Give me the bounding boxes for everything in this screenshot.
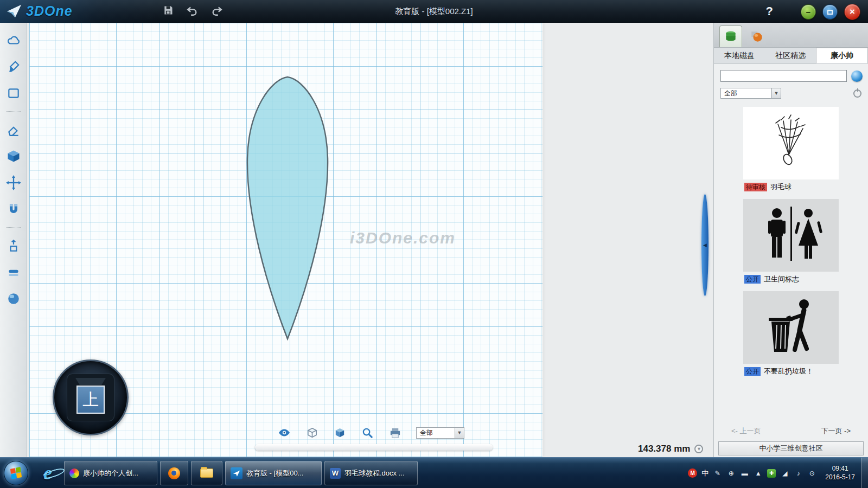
3done-app-icon xyxy=(231,467,242,479)
power-tray-icon[interactable]: ⊙ xyxy=(807,468,816,478)
show-desktop-button[interactable] xyxy=(861,458,868,488)
pen-input-icon[interactable]: ✎ xyxy=(713,468,722,478)
filter-row: 全部 ▼ xyxy=(714,85,868,100)
canvas-slider-bar[interactable] xyxy=(255,444,493,451)
help-button[interactable]: ? xyxy=(766,0,773,23)
view-cube[interactable]: 上 xyxy=(53,359,129,435)
taskbar-clock[interactable]: 09:41 2016-5-17 xyxy=(821,465,859,481)
word-icon: W xyxy=(330,468,341,479)
taskbar-button-label: 康小帅的个人创... xyxy=(83,468,138,478)
model-card-label: 公开 不要乱扔垃圾！ xyxy=(744,367,839,376)
prev-page-link[interactable]: <- 上一页 xyxy=(731,426,761,436)
modeling-canvas[interactable]: i3DOne.com 上 全部 xyxy=(27,23,713,457)
volume-icon[interactable]: ♪ xyxy=(794,468,803,478)
chevron-left-icon: ◀ xyxy=(703,242,707,248)
model-thumbnail xyxy=(743,291,839,364)
taskbar-button-firefox[interactable] xyxy=(160,461,188,485)
shaded-cube-icon[interactable] xyxy=(333,426,346,439)
hidden-icons-arrow[interactable]: ▲ xyxy=(754,468,763,478)
view-cube-top-face xyxy=(75,378,106,385)
model-card-label: 待审核 羽毛球 xyxy=(744,182,839,192)
community-page-icon xyxy=(69,468,79,478)
firefox-icon xyxy=(168,467,180,479)
primitive-cube-tool-icon[interactable] xyxy=(5,147,22,165)
visibility-eye-icon[interactable] xyxy=(278,426,291,439)
folder-icon xyxy=(200,468,213,478)
ie-icon: e xyxy=(43,461,52,484)
close-button[interactable]: × xyxy=(844,4,860,20)
canvas-filter-select[interactable]: 全部 ▼ xyxy=(416,427,464,439)
search-input[interactable] xyxy=(720,70,847,82)
taskbar-button-word[interactable]: W 羽毛球教程.docx ... xyxy=(324,461,418,485)
search-icon[interactable] xyxy=(851,70,863,82)
settings-tray-icon[interactable]: ⊕ xyxy=(726,468,736,478)
start-button[interactable] xyxy=(4,461,28,485)
taskbar: e 康小帅的个人创... 教育版 - [模型00... W 羽毛球教程.do xyxy=(0,457,868,488)
units-menu-icon[interactable]: ▼ xyxy=(694,445,703,453)
panel-collapse-handle[interactable]: ◀ xyxy=(701,194,709,296)
app-logo: 3DOne xyxy=(5,3,73,19)
magnet-tool-icon[interactable] xyxy=(5,201,22,218)
watermark: i3DOne.com xyxy=(350,229,456,247)
tab-local-disk[interactable]: 本地磁盘 xyxy=(714,48,765,63)
refresh-icon[interactable] xyxy=(853,89,861,98)
view-cube-front-face[interactable]: 上 xyxy=(76,386,105,414)
shuttlecock-image xyxy=(743,107,839,179)
network-icon[interactable]: ◢ xyxy=(780,468,789,478)
tab-my-account[interactable]: 康小帅 xyxy=(816,48,868,63)
sketch-shape-teardrop[interactable] xyxy=(233,66,342,348)
brush-tool-icon[interactable] xyxy=(5,58,22,75)
panel-tabs: 本地磁盘 社区精选 康小帅 xyxy=(714,48,868,64)
redo-button[interactable] xyxy=(210,4,224,18)
model-card-shuttlecock[interactable]: 待审核 羽毛球 xyxy=(743,107,839,192)
panel-icon-tabs xyxy=(714,23,868,48)
paper-plane-icon xyxy=(5,3,23,19)
sphere-tool-icon[interactable] xyxy=(5,290,22,307)
taskbar-button-3done[interactable]: 教育版 - [模型00... xyxy=(225,461,322,485)
extrude-tool-icon[interactable] xyxy=(5,237,22,254)
print-icon[interactable] xyxy=(388,426,401,439)
database-icon xyxy=(724,30,738,44)
tab-community-featured[interactable]: 社区精选 xyxy=(765,48,816,63)
maximize-icon xyxy=(827,10,833,15)
toolbar-separator xyxy=(7,111,21,112)
clock-time: 09:41 xyxy=(825,465,855,473)
move-tool-icon[interactable] xyxy=(5,174,22,191)
security-shield-icon[interactable]: ✚ xyxy=(767,469,776,478)
models-library-tab[interactable] xyxy=(719,25,742,47)
model-card-restroom[interactable]: 公开 卫生间标志 xyxy=(743,199,839,284)
windows-logo-icon xyxy=(10,467,22,479)
next-page-link[interactable]: 下一页 -> xyxy=(821,426,851,436)
taskbar-button-label: 羽毛球教程.docx ... xyxy=(344,468,405,478)
model-card-label: 公开 卫生间标志 xyxy=(744,274,839,284)
materials-library-tab[interactable] xyxy=(745,25,768,47)
taskbar-button-explorer[interactable] xyxy=(191,461,222,485)
section-tool-icon[interactable] xyxy=(5,264,22,281)
save-button[interactable] xyxy=(163,5,174,18)
model-title: 卫生间标志 xyxy=(764,274,799,284)
maximize-button[interactable] xyxy=(822,4,838,20)
zoom-icon[interactable] xyxy=(361,426,374,439)
model-title: 羽毛球 xyxy=(770,182,792,192)
internet-explorer-button[interactable]: e xyxy=(37,462,59,484)
model-card-no-littering[interactable]: 公开 不要乱扔垃圾！ xyxy=(743,291,839,376)
community-site-button[interactable]: 中小学三维创意社区 xyxy=(718,441,864,455)
language-indicator[interactable]: 中 xyxy=(701,468,709,478)
taskbar-button-browser-window[interactable]: 康小帅的个人创... xyxy=(64,461,157,485)
titlebar: 3DOne 教育版 - [模型002.Z1] ? − × xyxy=(0,0,868,23)
sketch-tool-icon[interactable] xyxy=(5,85,22,102)
left-toolbar xyxy=(0,23,27,457)
wireframe-cube-icon[interactable] xyxy=(305,426,318,439)
measurement-value: 143.378 mm xyxy=(638,444,690,454)
panel-filter-select[interactable]: 全部 ▼ xyxy=(720,88,781,99)
measurement-readout: 143.378 mm ▼ xyxy=(638,444,703,454)
eraser-tool-icon[interactable] xyxy=(5,121,22,138)
right-panel: 本地磁盘 社区精选 康小帅 全部 ▼ xyxy=(713,23,868,457)
ime-badge-icon[interactable]: M xyxy=(688,468,697,478)
keyboard-icon[interactable]: ▬ xyxy=(740,468,749,478)
cloud-library-tool-icon[interactable] xyxy=(5,31,22,49)
undo-button[interactable] xyxy=(186,4,199,18)
minimize-button[interactable]: − xyxy=(801,4,816,20)
view-cube-body: 上 xyxy=(67,374,114,421)
toolbar-separator xyxy=(7,227,21,228)
